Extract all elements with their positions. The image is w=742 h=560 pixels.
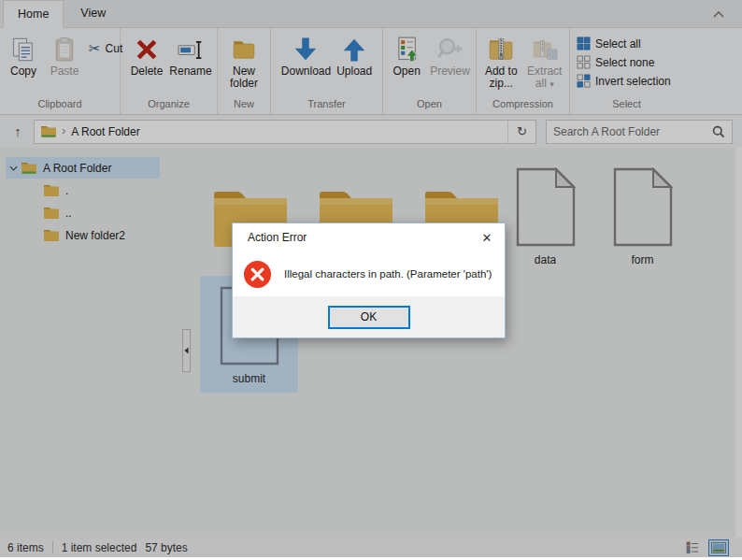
- close-icon: ✕: [482, 231, 492, 245]
- dialog-body: Illegal characters in path. (Parameter '…: [233, 251, 505, 296]
- dialog-close-button[interactable]: ✕: [469, 223, 505, 251]
- action-error-dialog: Action Error ✕ Illegal characters in pat…: [232, 223, 506, 338]
- error-icon: [243, 260, 272, 289]
- ok-button[interactable]: OK: [328, 306, 410, 329]
- error-message: Illegal characters in path. (Parameter '…: [284, 268, 492, 280]
- dialog-title: Action Error: [248, 231, 307, 244]
- dialog-footer: OK: [233, 296, 505, 337]
- dialog-titlebar: Action Error ✕: [233, 223, 505, 251]
